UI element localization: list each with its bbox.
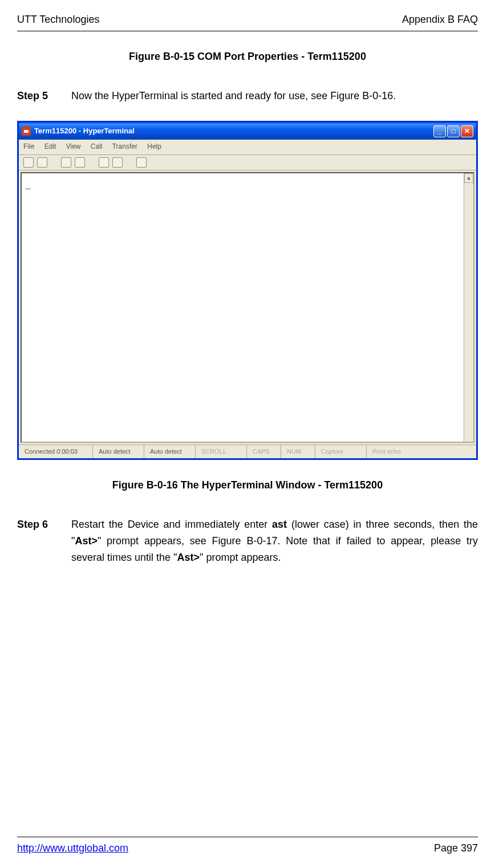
- header-right: Appendix B FAQ: [402, 11, 478, 28]
- terminal-area[interactable]: _ ▲: [21, 172, 474, 443]
- status-autodetect-2: Auto detect: [144, 445, 196, 459]
- terminal-cursor: _: [25, 178, 31, 189]
- window-controls: _ □ ✕: [433, 125, 473, 137]
- step-6-text: Restart the Device and immediately enter…: [71, 516, 478, 565]
- figure-caption-16: Figure B-0-16 The HyperTerminal Window -…: [17, 477, 478, 494]
- hyperterminal-window: Term115200 - HyperTerminal _ □ ✕ File Ed…: [17, 121, 478, 460]
- menu-file[interactable]: File: [23, 142, 34, 150]
- status-num: NUM: [281, 445, 315, 459]
- scroll-up-icon[interactable]: ▲: [464, 173, 473, 183]
- status-autodetect-1: Auto detect: [93, 445, 144, 459]
- menu-help[interactable]: Help: [147, 142, 161, 150]
- header-left: UTT Technologies: [17, 11, 99, 28]
- step-6-label: Step 6: [17, 516, 71, 565]
- page-footer: http://www.uttglobal.com Page 397: [17, 837, 478, 857]
- minimize-button[interactable]: _: [433, 125, 446, 137]
- menu-transfer[interactable]: Transfer: [112, 142, 137, 150]
- status-caps: CAPS: [247, 445, 281, 459]
- svg-rect-0: [24, 130, 29, 133]
- open-icon[interactable]: [37, 157, 47, 168]
- figure-caption-15: Figure B-0-15 COM Port Properties - Term…: [17, 48, 478, 65]
- page-header: UTT Technologies Appendix B FAQ: [17, 11, 478, 31]
- status-connected: Connected 0:00:03: [19, 445, 93, 459]
- scrollbar[interactable]: ▲: [464, 173, 473, 442]
- footer-url[interactable]: http://www.uttglobal.com: [17, 840, 128, 857]
- status-print-echo: Print echo: [367, 445, 418, 459]
- menubar: File Edit View Call Transfer Help: [19, 140, 476, 154]
- footer-page: Page 397: [434, 840, 478, 857]
- step-6: Step 6 Restart the Device and immediatel…: [17, 516, 478, 565]
- maximize-button[interactable]: □: [447, 125, 460, 137]
- properties-icon[interactable]: [136, 157, 147, 168]
- disconnect-icon[interactable]: [75, 157, 85, 168]
- statusbar: Connected 0:00:03 Auto detect Auto detec…: [19, 445, 476, 459]
- receive-icon[interactable]: [112, 157, 123, 168]
- status-capture: Capture: [315, 445, 367, 459]
- window-title: Term115200 - HyperTerminal: [34, 125, 433, 137]
- send-icon[interactable]: [99, 157, 109, 168]
- call-icon[interactable]: [61, 157, 71, 168]
- step-5-label: Step 5: [17, 88, 71, 104]
- new-icon[interactable]: [23, 157, 34, 168]
- titlebar: Term115200 - HyperTerminal _ □ ✕: [19, 123, 476, 140]
- step-5: Step 5 Now the HyperTerminal is started …: [17, 88, 478, 104]
- menu-call[interactable]: Call: [91, 142, 103, 150]
- app-icon: [22, 127, 31, 136]
- step-5-text: Now the HyperTerminal is started and rea…: [71, 88, 478, 104]
- close-button[interactable]: ✕: [461, 125, 473, 137]
- status-scroll: SCROLL: [196, 445, 247, 459]
- toolbar: [19, 155, 476, 170]
- menu-edit[interactable]: Edit: [44, 142, 56, 150]
- menu-view[interactable]: View: [66, 142, 81, 150]
